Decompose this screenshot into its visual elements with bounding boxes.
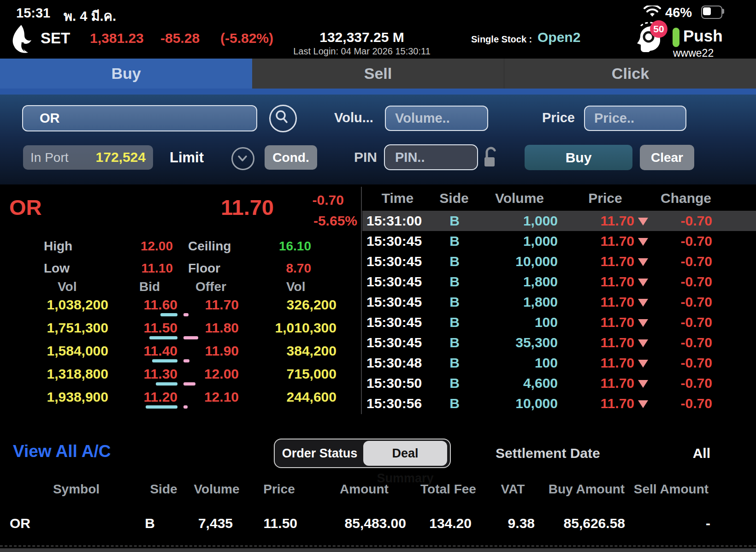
- in-port-label: In Port: [30, 150, 68, 165]
- notification-head-icon[interactable]: 50: [634, 21, 667, 54]
- buy-button[interactable]: Buy: [525, 145, 632, 170]
- ticker-row[interactable]: 15:30:50 B 4,600 11.70 -0.70: [362, 373, 756, 393]
- ticker-row[interactable]: 15:30:45 B 35,300 11.70 -0.70: [362, 332, 756, 353]
- battery-nub: [722, 9, 724, 14]
- depth-header-vol-right: Vol: [286, 279, 305, 294]
- ticker-row[interactable]: 15:30:45 B 10,000 11.70 -0.70: [362, 251, 756, 272]
- bottom-strip: [0, 548, 756, 552]
- settlement-date-value[interactable]: All: [664, 445, 710, 461]
- segment-deal-summary[interactable]: Deal Summary: [363, 441, 447, 466]
- ticker-header-volume: Volume: [487, 190, 552, 206]
- clock-time: 15:31: [16, 6, 50, 21]
- pin-label: PIN: [354, 149, 377, 165]
- depth-header-bid: Bid: [139, 279, 160, 294]
- broker-logo-icon: [8, 25, 33, 54]
- depth-row[interactable]: 1,318,800 11.30 12.00 715,000: [0, 362, 361, 386]
- order-type-value[interactable]: Limit: [170, 149, 204, 166]
- clear-button[interactable]: Clear: [640, 145, 694, 170]
- volume-label: Volu...: [334, 110, 373, 125]
- push-status-icon: [673, 28, 679, 47]
- ticker-row[interactable]: 15:30:45 B 100 11.70 -0.70: [362, 312, 756, 332]
- ticker-row[interactable]: 15:30:45 B 1,000 11.70 -0.70: [362, 231, 756, 251]
- ticker-row[interactable]: 15:31:00 B 1,000 11.70 -0.70: [362, 211, 756, 231]
- summary-segmented-control: Order Status Deal Summary: [274, 439, 451, 468]
- single-stock-value[interactable]: Open2: [537, 30, 580, 45]
- panel-divider: [361, 187, 362, 414]
- bid-volume-bar: [160, 313, 177, 316]
- status-bar: 15:31 พ. 4 มี.ค. 46%: [0, 0, 756, 23]
- index-change-pct: (-5.82%): [220, 30, 273, 46]
- battery-icon: [701, 6, 722, 19]
- market-turnover: 132,337.25 M: [286, 30, 438, 45]
- bid-volume-bar: [146, 405, 177, 409]
- depth-header-offer: Offer: [195, 279, 226, 294]
- view-all-accounts-link[interactable]: View All A/C: [13, 442, 111, 461]
- symbol-input[interactable]: [22, 105, 257, 131]
- in-port-box: In Port 172,524: [23, 145, 153, 170]
- price-change-pct: -5.65%: [295, 213, 357, 229]
- app-header: SET 1,381.23 -85.28 (-5.82%) 132,337.25 …: [0, 23, 756, 59]
- offer-volume-bar: [183, 313, 189, 316]
- order-tabs: Buy Sell Click: [0, 59, 756, 89]
- unlock-icon: [482, 145, 499, 169]
- depth-row[interactable]: 1,584,000 11.40 11.90 384,200: [0, 339, 361, 362]
- bid-volume-bar: [149, 336, 177, 339]
- notification-badge: 50: [650, 20, 667, 38]
- ceiling-label: Ceiling: [188, 239, 231, 254]
- condition-button[interactable]: Cond.: [265, 145, 317, 170]
- depth-header-vol-left: Vol: [58, 279, 77, 294]
- high-value: 12.00: [124, 239, 173, 254]
- volume-input[interactable]: [385, 106, 488, 131]
- low-label: Low: [44, 261, 70, 276]
- bid-volume-bar: [156, 382, 177, 386]
- wifi-icon: [644, 6, 661, 18]
- battery-percent: 46%: [665, 5, 692, 20]
- depth-row[interactable]: 1,038,200 11.60 11.70 326,200: [0, 293, 361, 316]
- pin-input[interactable]: [384, 144, 478, 170]
- bid-volume-bar: [152, 359, 177, 362]
- quote-panel: OR 11.70 -0.70 -5.65% High 12.00 Ceiling…: [0, 184, 361, 415]
- deal-table-row[interactable]: OR B 7,435 11.50 85,483.00 134.20 9.38 8…: [0, 516, 756, 535]
- low-value: 11.10: [124, 261, 173, 276]
- tab-sell[interactable]: Sell: [252, 59, 504, 89]
- floor-value: 8.70: [263, 261, 311, 276]
- index-value: 1,381.23: [90, 30, 144, 46]
- ceiling-value: 16.10: [263, 239, 311, 254]
- ticker-row[interactable]: 15:30:45 B 1,800 11.70 -0.70: [362, 272, 756, 292]
- table-divider: [0, 546, 756, 546]
- depth-row[interactable]: 1,938,900 11.20 12.10 244,600: [0, 386, 361, 409]
- in-port-value: 172,524: [96, 149, 146, 165]
- ticker-header-time: Time: [366, 190, 429, 206]
- price-label: Price: [542, 110, 575, 125]
- last-login-text: Last Login: 04 Mar 2026 15:30:11: [277, 46, 447, 57]
- tab-click[interactable]: Click: [504, 59, 756, 89]
- push-label: Push: [683, 27, 723, 45]
- ticker-row[interactable]: 15:30:48 B 100 11.70 -0.70: [362, 353, 756, 373]
- offer-volume-bar: [183, 359, 189, 362]
- segment-order-status[interactable]: Order Status: [275, 439, 365, 467]
- search-icon[interactable]: [269, 105, 297, 132]
- single-stock-label: Single Stock :: [471, 34, 532, 45]
- ticker-header-side: Side: [436, 190, 472, 206]
- order-type-dropdown-icon[interactable]: [231, 147, 254, 170]
- floor-label: Floor: [188, 261, 220, 276]
- ticker-row[interactable]: 15:30:56 B 10,000 11.70 -0.70: [362, 393, 756, 414]
- tab-underline: [0, 89, 756, 95]
- offer-volume-bar: [183, 336, 198, 339]
- last-price: 11.70: [198, 195, 274, 220]
- ticker-row[interactable]: 15:30:45 B 1,800 11.70 -0.70: [362, 292, 756, 312]
- username: wwwe22: [673, 47, 714, 59]
- quote-symbol: OR: [9, 195, 42, 220]
- high-label: High: [44, 239, 72, 254]
- tab-buy[interactable]: Buy: [0, 59, 252, 89]
- offer-volume-bar: [183, 382, 195, 386]
- ticker-header-change: Change: [649, 190, 723, 206]
- price-input[interactable]: [584, 106, 686, 131]
- deal-table-header: Symbol Side Volume Price Amount Total Fe…: [0, 482, 756, 500]
- offer-volume-bar: [183, 405, 188, 409]
- order-form-panel: Volu... Price In Port 172,524 Limit Cond…: [0, 95, 756, 184]
- depth-row[interactable]: 1,751,300 11.50 11.80 1,010,300: [0, 316, 361, 339]
- market-name: SET: [41, 30, 70, 47]
- ticker-header-price: Price: [573, 190, 638, 206]
- index-change: -85.28: [160, 30, 200, 46]
